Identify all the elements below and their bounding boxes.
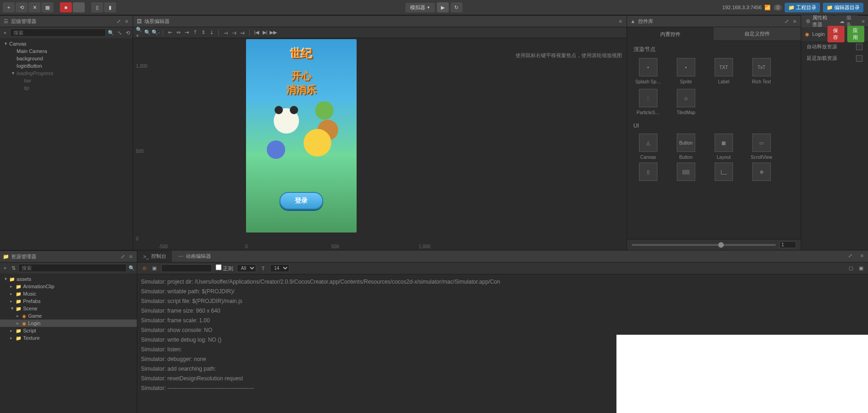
zoom-in-icon[interactable]: 🔍+ xyxy=(136,29,142,36)
lib-item-rich-text[interactable]: TxTRich Text xyxy=(745,58,778,84)
lib-item-canvas[interactable]: △Canvas xyxy=(632,134,665,160)
hierarchy-item-tip[interactable]: tip xyxy=(0,84,133,92)
tab-custom[interactable]: 自定义控件 xyxy=(714,27,801,41)
ip-label: 192.168.3.3:7456 xyxy=(722,5,762,10)
tab-console[interactable]: >_控制台 xyxy=(137,250,172,262)
console-filter-input[interactable] xyxy=(161,264,212,272)
stop-button[interactable] xyxy=(73,2,85,12)
assets-sort-icon[interactable]: ⇅ xyxy=(10,265,17,271)
auto-release-checkbox[interactable] xyxy=(856,44,862,50)
search-icon[interactable]: 🔍 xyxy=(108,29,114,36)
tab-animation[interactable]: 〰动画编辑器 xyxy=(172,250,217,262)
lib-item-extra1[interactable]: ▯ xyxy=(632,163,665,181)
refresh-icon[interactable]: ⟲ xyxy=(124,29,131,36)
lazy-load-checkbox[interactable] xyxy=(856,55,862,62)
login-game-button[interactable]: 登录 xyxy=(280,192,323,209)
apply-button[interactable]: 应用 xyxy=(847,26,864,42)
hierarchy-item-loadingprogress[interactable]: ▼loadingProgress xyxy=(0,70,133,77)
lib-item-sprite[interactable]: •Sprite xyxy=(669,58,703,84)
refresh-button[interactable]: ⟲ xyxy=(16,2,28,12)
reload-button[interactable]: ↻ xyxy=(451,2,463,12)
lib-item-layout[interactable]: ▦Layout xyxy=(707,134,740,160)
library-popout-icon[interactable]: ⤢ xyxy=(783,18,790,24)
level-select[interactable]: All xyxy=(237,264,256,272)
console-popout-icon[interactable]: ⤢ xyxy=(847,252,853,259)
hierarchy-item-bar[interactable]: bar xyxy=(0,77,133,84)
library-zoom-value[interactable] xyxy=(780,241,796,248)
align-c-icon[interactable]: ⇔ xyxy=(175,29,182,36)
lib-item-extra4[interactable]: ⊕ xyxy=(745,163,778,181)
dist-a-icon[interactable]: ⫥ xyxy=(239,29,246,36)
hierarchy-item-canvas[interactable]: ▼Canvas xyxy=(0,40,133,47)
assets-search-input[interactable] xyxy=(18,264,127,272)
align-t-icon[interactable]: ⤒ xyxy=(192,29,198,36)
tab-builtin[interactable]: 内置控件 xyxy=(627,27,714,41)
assets-popout-icon[interactable]: ⤢ xyxy=(119,253,126,260)
asset-item-texture[interactable]: ▸📁Texture xyxy=(0,334,137,342)
library-zoom-slider[interactable] xyxy=(627,239,801,250)
close-x-button[interactable]: ✕ xyxy=(29,2,41,12)
library-menu-icon[interactable]: ≡ xyxy=(792,18,798,24)
asset-item-scene[interactable]: ▼📁Scene xyxy=(0,305,137,312)
clear-icon[interactable]: ⊘ xyxy=(141,265,147,272)
asset-item-animationclip[interactable]: ▸📁AnimationClip xyxy=(0,283,137,290)
hierarchy-item-loginbutton[interactable]: loginButton xyxy=(0,62,133,70)
lib-item-tiledmap[interactable]: ◇TiledMap xyxy=(669,89,703,115)
save-button[interactable]: 保存 xyxy=(827,26,845,42)
assets-search-icon[interactable]: 🔍 xyxy=(129,265,135,271)
align-l-icon[interactable]: ⇤ xyxy=(167,29,173,36)
dist-v-icon[interactable]: ⫣ xyxy=(231,29,237,36)
lib-item-particles-[interactable]: ::ParticleS… xyxy=(632,89,665,115)
console-menu-icon[interactable]: ≡ xyxy=(859,252,865,259)
grid-button[interactable]: ▦ xyxy=(41,2,53,12)
asset-item-assets[interactable]: ▼📁assets xyxy=(0,275,137,283)
lib-item-splash-sp-[interactable]: •Splash Sp… xyxy=(632,58,665,84)
menu-icon[interactable]: ≡ xyxy=(123,18,130,24)
record-button[interactable]: ■ xyxy=(60,2,72,12)
fontsize-select[interactable]: 14 xyxy=(270,264,289,272)
scene-canvas[interactable]: 使用鼠标右键平移视窗焦点，使用滚轮缩放视图 1,000 500 0 -500 0… xyxy=(133,38,627,250)
hierarchy-item-main camera[interactable]: Main Camera xyxy=(0,47,133,55)
asset-item-script[interactable]: ▸📁Script xyxy=(0,327,137,334)
lib-item-extra3[interactable]: |__ xyxy=(707,163,740,181)
expand-icon[interactable]: ⤡ xyxy=(116,29,123,36)
project-dir-button[interactable]: 📁 工程目录 xyxy=(785,3,820,12)
lib-item-label[interactable]: TXTLabel xyxy=(707,58,740,84)
zoom-out-icon[interactable]: 🔍- xyxy=(152,29,159,36)
inspector-menu-icon[interactable]: ≡ xyxy=(861,18,865,24)
align-b-icon[interactable]: ⤓ xyxy=(208,29,215,36)
asset-item-game[interactable]: ▸◉Game xyxy=(0,312,137,320)
play-button[interactable]: ▶ xyxy=(437,2,449,12)
lib-item-button[interactable]: ButtonButton xyxy=(669,134,703,160)
console-extra1-icon[interactable]: ▢ xyxy=(848,265,854,272)
simulator-dropdown[interactable]: 模拟器 ▼ xyxy=(405,3,435,12)
regex-checkbox[interactable] xyxy=(216,264,222,270)
add-button[interactable]: + xyxy=(3,2,15,12)
step-prev-icon[interactable]: |◀ xyxy=(253,29,260,36)
scene-menu-icon[interactable]: ≡ xyxy=(617,18,624,24)
step-next-icon[interactable]: ▶▶ xyxy=(270,29,276,36)
dist-h-icon[interactable]: ⫤ xyxy=(223,29,229,36)
hierarchy-item-background[interactable]: background xyxy=(0,55,133,62)
zoom-fit-icon[interactable]: 🔍 xyxy=(144,29,151,36)
align-m-icon[interactable]: ⇕ xyxy=(200,29,206,36)
lib-item-scrollview[interactable]: ▭ScrollView xyxy=(745,134,778,160)
editor-dir-button[interactable]: 📁 编辑器目录 xyxy=(823,3,863,12)
step-play-icon[interactable]: ▶| xyxy=(262,29,268,36)
layout-b-button[interactable]: ▮ xyxy=(104,2,116,12)
asset-item-login[interactable]: ▸◉Login xyxy=(0,320,137,327)
console-extra2-icon[interactable]: ▣ xyxy=(858,265,864,272)
asset-item-music[interactable]: ▸📁Music xyxy=(0,290,137,297)
asset-item-prefabs[interactable]: ▸📁Prefabs xyxy=(0,297,137,305)
console-line: Simulator: frame size: 960 x 640 xyxy=(141,306,864,316)
popout-icon[interactable]: ⤢ xyxy=(115,18,122,24)
assets-add-icon[interactable]: + xyxy=(2,265,8,271)
layout-a-button[interactable]: ▯ xyxy=(91,2,103,12)
add-node-icon[interactable]: + xyxy=(2,29,8,36)
hierarchy-search-input[interactable] xyxy=(10,29,106,37)
assets-menu-icon[interactable]: ≡ xyxy=(128,253,134,260)
align-r-icon[interactable]: ⇥ xyxy=(183,29,190,36)
collapse-icon[interactable]: ▣ xyxy=(151,265,158,272)
lib-item-extra2[interactable]: |||||| xyxy=(669,163,703,181)
game-preview[interactable]: 世纪 开心消消乐 登录 xyxy=(246,39,357,233)
